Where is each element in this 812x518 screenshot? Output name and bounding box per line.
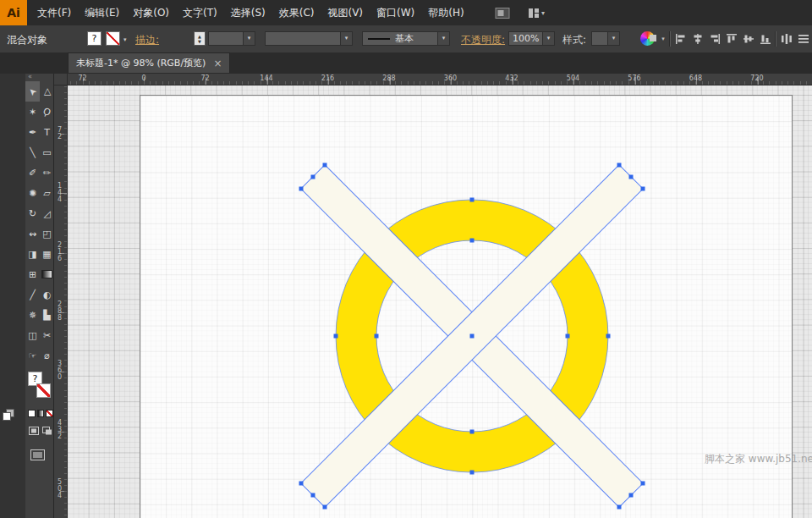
blend-tool[interactable]: ◐ bbox=[40, 284, 54, 305]
dropdown-arrow-icon[interactable]: ▾ bbox=[243, 32, 255, 45]
menu-item-0[interactable]: 文件(F) bbox=[30, 0, 78, 25]
eyedropper-tool[interactable]: ╱ bbox=[25, 284, 40, 305]
width-tool[interactable]: ↭ bbox=[25, 223, 40, 244]
opacity-dropdown[interactable]: 100% ▾ bbox=[508, 31, 555, 46]
selection-handle[interactable] bbox=[470, 430, 475, 434]
fill-color-indicator[interactable]: ? bbox=[87, 31, 102, 46]
stroke-color-indicator[interactable] bbox=[106, 31, 120, 46]
selection-handle[interactable] bbox=[629, 493, 634, 498]
canvas[interactable]: 脚本之家 www.jb51.net bbox=[68, 85, 812, 518]
screen-mode-button[interactable] bbox=[30, 448, 47, 461]
lasso-tool[interactable]: Ϙ bbox=[40, 102, 54, 122]
scale-tool[interactable]: ◿ bbox=[40, 203, 54, 223]
direct-selection-tool[interactable]: ▷ bbox=[40, 81, 54, 102]
selection-handle[interactable] bbox=[311, 493, 315, 498]
selection-handle[interactable] bbox=[299, 482, 304, 486]
align-objects-icon[interactable]: ▾ bbox=[646, 30, 667, 47]
none-button[interactable] bbox=[46, 410, 53, 417]
rotate-tool[interactable]: ↻ bbox=[25, 203, 40, 223]
selection-handle[interactable] bbox=[470, 334, 475, 339]
type-tool[interactable]: T bbox=[40, 122, 54, 142]
ruler-corner[interactable] bbox=[54, 74, 68, 85]
perspective-grid-tool[interactable]: ▦ bbox=[40, 244, 54, 264]
collapsed-swatches-icon[interactable] bbox=[3, 409, 14, 420]
paintbrush-tool[interactable]: ✐ bbox=[25, 163, 40, 183]
shape-builder-tool[interactable]: ◨ bbox=[25, 244, 40, 264]
stepper-down-icon[interactable]: ▼ bbox=[198, 39, 201, 44]
style-dropdown[interactable]: ▾ bbox=[591, 31, 620, 46]
eraser-tool[interactable]: ▱ bbox=[40, 183, 54, 203]
selection-handle[interactable] bbox=[299, 187, 304, 191]
menu-item-3[interactable]: 文字(T) bbox=[176, 0, 224, 25]
menu-item-2[interactable]: 对象(O) bbox=[126, 0, 176, 25]
selection-handle[interactable] bbox=[606, 334, 611, 339]
selection-handle[interactable] bbox=[617, 505, 622, 510]
selection-handle[interactable] bbox=[470, 471, 475, 475]
menu-item-5[interactable]: 效果(C) bbox=[272, 0, 321, 25]
selection-handle[interactable] bbox=[375, 334, 379, 339]
dropdown-arrow-icon[interactable]: ▾ bbox=[607, 32, 619, 45]
menu-item-6[interactable]: 视图(V) bbox=[321, 0, 370, 25]
stroke-weight-dropdown[interactable]: ▾ bbox=[208, 31, 255, 46]
bridge-icon[interactable] bbox=[493, 5, 512, 20]
gradient-button[interactable] bbox=[37, 410, 45, 417]
blob-brush-tool[interactable]: ✺ bbox=[25, 183, 40, 203]
artboard-tool[interactable]: ◫ bbox=[25, 325, 40, 345]
column-graph-tool[interactable]: ▙ bbox=[40, 305, 54, 325]
selection-handle[interactable] bbox=[641, 187, 645, 191]
align-right-icon[interactable] bbox=[707, 30, 721, 47]
opacity-link[interactable]: 不透明度: bbox=[461, 33, 505, 47]
symbol-sprayer-tool[interactable]: ✵ bbox=[25, 305, 40, 325]
pen-tool[interactable]: ✒ bbox=[25, 122, 40, 142]
horizontal-ruler[interactable]: 72072144216288360432504576648720792 bbox=[68, 74, 812, 85]
arrange-documents-icon[interactable]: ▾ bbox=[526, 5, 546, 20]
vertical-ruler[interactable]: 7 21 4 42 1 62 8 83 6 04 3 25 0 4 bbox=[54, 85, 68, 518]
panel-menu-icon[interactable] bbox=[796, 30, 810, 47]
selection-handle[interactable] bbox=[566, 334, 570, 339]
line-segment-tool[interactable]: ╲ bbox=[25, 142, 40, 163]
dropdown-arrow-icon[interactable]: ▾ bbox=[340, 32, 352, 45]
magic-wand-tool[interactable]: ✶ bbox=[25, 102, 40, 122]
selection-handle[interactable] bbox=[470, 198, 475, 202]
stroke-color-dropdown-arrow[interactable]: ▾ bbox=[123, 36, 127, 43]
dropdown-arrow-icon[interactable]: ▾ bbox=[437, 32, 449, 45]
toolbar-collapse-button[interactable]: « bbox=[25, 74, 53, 81]
free-transform-tool[interactable]: ◰ bbox=[40, 223, 54, 244]
selection-handle[interactable] bbox=[311, 175, 315, 179]
tab-close-icon[interactable]: × bbox=[213, 58, 222, 69]
menu-item-7[interactable]: 窗口(W) bbox=[370, 0, 421, 25]
selection-handle[interactable] bbox=[323, 505, 327, 510]
zoom-tool[interactable]: ⌀ bbox=[40, 345, 54, 366]
rectangle-tool[interactable]: ▭ bbox=[40, 142, 54, 163]
draw-normal-button[interactable] bbox=[28, 426, 39, 436]
hand-tool[interactable]: ☞ bbox=[25, 345, 40, 366]
selection-handle[interactable] bbox=[470, 239, 475, 243]
selection-handle[interactable] bbox=[641, 482, 645, 486]
menu-item-4[interactable]: 选择(S) bbox=[224, 0, 272, 25]
width-profile-dropdown[interactable]: ▾ bbox=[265, 31, 353, 46]
selection-handle[interactable] bbox=[617, 163, 622, 168]
mesh-tool[interactable]: ⊞ bbox=[25, 264, 40, 284]
selection-tool[interactable]: ➤ bbox=[25, 81, 40, 102]
color-button[interactable] bbox=[28, 410, 36, 417]
draw-behind-button[interactable] bbox=[41, 426, 52, 436]
stroke-link[interactable]: 描边: bbox=[135, 33, 159, 47]
slice-tool[interactable]: ✂ bbox=[40, 325, 54, 345]
gradient-tool[interactable] bbox=[40, 264, 54, 284]
stroke-swatch[interactable] bbox=[36, 383, 51, 398]
align-top-icon[interactable] bbox=[724, 30, 738, 47]
dropdown-arrow-icon[interactable]: ▾ bbox=[542, 32, 554, 45]
align-bottom-icon[interactable] bbox=[758, 30, 772, 47]
app-logo[interactable]: Ai bbox=[0, 0, 27, 25]
brush-definition-dropdown[interactable]: 基本 ▾ bbox=[362, 31, 450, 46]
selection-handle[interactable] bbox=[334, 334, 338, 339]
document-tab[interactable]: 未标题-1* @ 98% (RGB/预览) × bbox=[68, 52, 230, 73]
menu-item-1[interactable]: 编辑(E) bbox=[78, 0, 126, 25]
pencil-tool[interactable]: ✏ bbox=[40, 163, 54, 183]
stroke-weight-stepper[interactable]: ▲▼ bbox=[194, 31, 206, 46]
distribute-icon[interactable] bbox=[779, 30, 793, 47]
selection-handle[interactable] bbox=[323, 163, 327, 168]
selection-handle[interactable] bbox=[629, 175, 634, 179]
align-middle-vertical-icon[interactable] bbox=[741, 30, 755, 47]
align-left-icon[interactable] bbox=[673, 30, 688, 47]
